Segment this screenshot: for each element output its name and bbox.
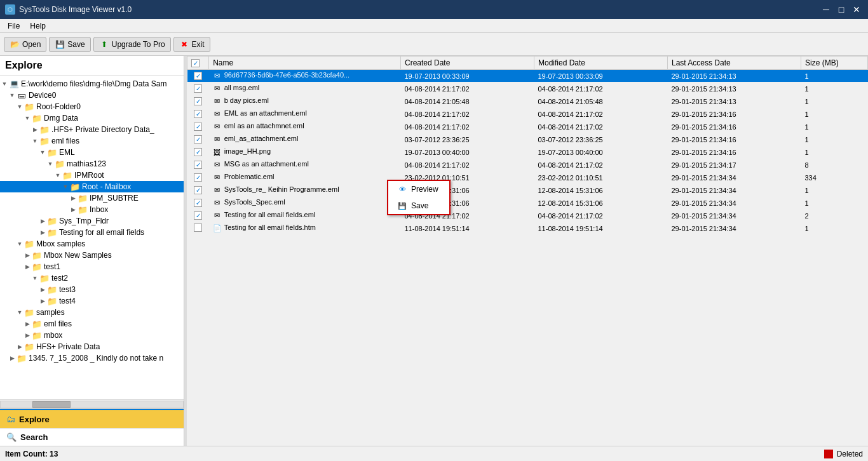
tree-toggle[interactable]: ▼: [46, 161, 55, 167]
row-checkbox[interactable]: ✓: [194, 72, 202, 80]
maximize-button[interactable]: □: [835, 3, 848, 16]
table-row[interactable]: ✓✉EML as an attachment.eml04-08-2014 21:…: [187, 108, 868, 121]
tree-node-test2[interactable]: ▼📁test2: [0, 272, 184, 284]
open-button[interactable]: 📂 Open: [4, 37, 46, 52]
tree-toggle[interactable]: ▶: [23, 332, 32, 338]
save-button[interactable]: 💾 Save: [49, 37, 90, 52]
tree-toggle[interactable]: ▶: [38, 218, 47, 224]
context-save[interactable]: 💾 Save: [388, 197, 449, 214]
row-checkbox[interactable]: ✓: [194, 199, 202, 207]
tree-node-test3[interactable]: ▶📁test3: [0, 284, 184, 295]
tree-toggle[interactable]: ▼: [23, 115, 32, 121]
row-checkbox[interactable]: ✓: [194, 161, 202, 169]
row-checkbox[interactable]: ✓: [194, 135, 202, 144]
table-row[interactable]: ✓🖼image_HH.png19-07-2013 00:40:0019-07-2…: [187, 146, 868, 159]
table-row[interactable]: ✓✉all msg.eml04-08-2014 21:17:0204-08-20…: [187, 83, 868, 95]
tree-toggle[interactable]: ▶: [23, 252, 32, 258]
table-row[interactable]: ✓✉b day pics.eml04-08-2014 21:05:4804-08…: [187, 95, 868, 108]
tree-toggle[interactable]: ▼: [15, 309, 24, 316]
tree-toggle[interactable]: ▶: [15, 344, 24, 350]
tree-node-hfs-priv-data[interactable]: ▶📁HFS+ Private Data: [0, 341, 184, 352]
table-row[interactable]: ✓✉96d67736-5d6b-47e6-a505-3b23cfa40...19…: [187, 70, 868, 83]
row-checkbox[interactable]: [194, 224, 202, 232]
tree-toggle[interactable]: ▶: [23, 264, 32, 270]
tab-search[interactable]: 🔍 Search: [0, 428, 184, 446]
tree-toggle[interactable]: ▶: [38, 298, 47, 304]
tree-node-mbox-samples[interactable]: ▼📁Mbox samples: [0, 238, 184, 250]
menu-file[interactable]: File: [3, 20, 25, 32]
tree-node-root[interactable]: ▼💻E:\work\demo files\dmg-file\Dmg Data S…: [0, 78, 184, 90]
tree-container[interactable]: ▼💻E:\work\demo files\dmg-file\Dmg Data S…: [0, 76, 184, 399]
tree-node-mathias123[interactable]: ▼📁mathias123: [0, 158, 184, 170]
tree-node-test1[interactable]: ▶📁test1: [0, 261, 184, 272]
tree-node-ipmroot[interactable]: ▼📁IPMRoot: [0, 170, 184, 181]
col-access[interactable]: Last Access Date: [668, 57, 801, 70]
table-row[interactable]: ✓✉SysTools_re_ Keihin Programme.eml12-08…: [187, 184, 868, 197]
tree-toggle[interactable]: ▼: [15, 104, 24, 110]
horizontal-scrollbar[interactable]: [0, 399, 184, 408]
row-checkbox[interactable]: ✓: [194, 148, 202, 156]
tree-node-eml-files[interactable]: ▼📁eml files: [0, 135, 184, 147]
tree-toggle[interactable]: ▼: [8, 92, 17, 98]
row-checkbox[interactable]: ✓: [194, 97, 202, 105]
col-name[interactable]: Name: [209, 57, 401, 70]
tree-toggle[interactable]: ▼: [31, 138, 39, 144]
tree-node-mbox[interactable]: ▶📁mbox: [0, 330, 184, 341]
tree-toggle[interactable]: ▶: [8, 355, 17, 361]
tree-node-root-folder0[interactable]: ▼📁Root-Folder0: [0, 101, 184, 112]
close-button[interactable]: ✕: [850, 3, 863, 16]
col-modified[interactable]: Modified Date: [534, 57, 668, 70]
table-row[interactable]: ✓✉eml as an attachmnet.eml04-08-2014 21:…: [187, 121, 868, 133]
select-all-checkbox[interactable]: ✓: [191, 59, 200, 67]
row-checkbox[interactable]: ✓: [194, 173, 202, 182]
tree-toggle[interactable]: ▼: [31, 275, 39, 281]
hscroll-thumb[interactable]: [32, 401, 71, 408]
tree-toggle[interactable]: ▼: [61, 184, 70, 190]
col-size[interactable]: Size (MB): [801, 57, 868, 70]
tree-node-testing-all[interactable]: ▶📁Testing for all email fields: [0, 227, 184, 238]
tree-toggle[interactable]: ▶: [23, 321, 32, 327]
row-checkbox[interactable]: ✓: [194, 123, 202, 131]
tree-node-sys-tmp-fldr[interactable]: ▶📁Sys_Tmp_Fldr: [0, 215, 184, 227]
tree-node-hfs-priv[interactable]: ▶📁.HFS+ Private Directory Data_: [0, 124, 184, 135]
table-row[interactable]: ✓✉SysTools_Spec.eml12-08-2014 15:31:0612…: [187, 197, 868, 210]
table-row[interactable]: ✓✉Problematic.eml23-02-2012 01:10:5123-0…: [187, 171, 868, 184]
row-checkbox[interactable]: ✓: [194, 186, 202, 194]
tree-node-kindly[interactable]: ▶📁1345. 7_15_2008 _ Kindly do not take n: [0, 352, 184, 364]
table-row[interactable]: 📄Testing for all email fields.htm11-08-2…: [187, 222, 868, 235]
file-list-scroll[interactable]: ✓ Name Created Date Modified Date Last A…: [187, 56, 868, 446]
context-preview[interactable]: 👁 Preview: [388, 181, 449, 197]
tree-toggle[interactable]: ▼: [0, 81, 9, 87]
tree-toggle[interactable]: ▶: [38, 229, 47, 236]
tree-node-device0[interactable]: ▼🖴Device0: [0, 90, 184, 101]
row-checkbox[interactable]: ✓: [194, 211, 202, 220]
tree-node-ipm-subtree[interactable]: ▶📁IPM_SUBTRE: [0, 192, 184, 204]
table-row[interactable]: ✓✉eml_as_attachment.eml03-07-2012 23:36:…: [187, 133, 868, 146]
tree-toggle[interactable]: ▶: [31, 126, 39, 133]
tree-node-eml-files2[interactable]: ▶📁eml files: [0, 318, 184, 330]
tree-node-root-mailbox[interactable]: ▼📁Root - Mailbox: [0, 181, 184, 192]
minimize-button[interactable]: ─: [820, 3, 832, 16]
exit-button[interactable]: ✖ Exit: [173, 37, 210, 52]
tree-node-samples[interactable]: ▼📁samples: [0, 307, 184, 318]
tab-explore[interactable]: 🗂 Explore: [0, 409, 184, 428]
tree-node-mbox-new[interactable]: ▶📁Mbox New Samples: [0, 250, 184, 261]
table-row[interactable]: ✓✉MSG as an attachment.eml04-08-2014 21:…: [187, 159, 868, 171]
tree-toggle[interactable]: ▶: [69, 195, 78, 201]
tree-node-eml[interactable]: ▼📁EML: [0, 147, 184, 158]
tree-toggle[interactable]: ▼: [53, 172, 62, 178]
hscroll-track[interactable]: [0, 401, 184, 408]
upgrade-button[interactable]: ⬆ Upgrade To Pro: [93, 37, 171, 52]
row-checkbox[interactable]: ✓: [194, 110, 202, 118]
tree-toggle[interactable]: ▼: [38, 149, 47, 156]
tree-toggle[interactable]: ▶: [38, 286, 47, 293]
menu-help[interactable]: Help: [25, 20, 51, 32]
row-checkbox[interactable]: ✓: [194, 84, 202, 93]
table-row[interactable]: ✓✉Testing for all email fields.eml04-08-…: [187, 210, 868, 222]
tree-node-inbox[interactable]: ▶📁Inbox: [0, 204, 184, 215]
col-created[interactable]: Created Date: [401, 57, 534, 70]
tree-node-dmg-data[interactable]: ▼📁Dmg Data: [0, 112, 184, 124]
tree-toggle[interactable]: ▶: [69, 206, 78, 213]
tree-node-test4[interactable]: ▶📁test4: [0, 295, 184, 307]
tree-toggle[interactable]: ▼: [15, 241, 24, 247]
